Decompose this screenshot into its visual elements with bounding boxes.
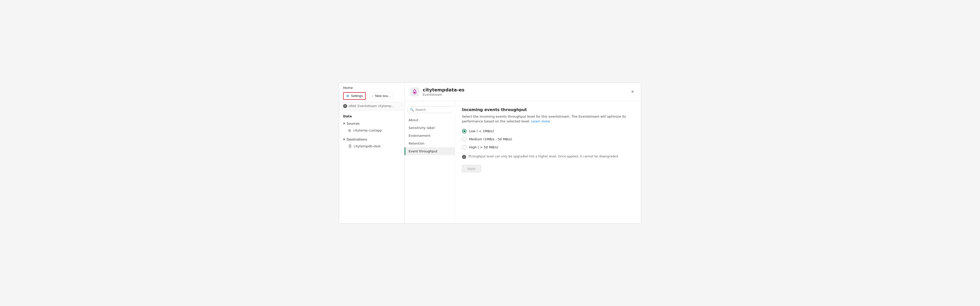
apply-button[interactable]: Apply <box>462 165 481 172</box>
destinations-label: Destinations <box>347 138 367 141</box>
destinations-group: ▼ Destinations 🗄 citytempdb-dest <box>339 136 404 150</box>
radio-circle-low <box>462 129 466 133</box>
nav-item-endorsement[interactable]: Endorsement <box>405 132 455 140</box>
dialog-icon <box>410 87 420 97</box>
destinations-chevron: ▼ <box>343 138 345 141</box>
sources-item-label: citytemp-custapp <box>353 128 382 132</box>
dialog-subtitle: Eventstream <box>423 93 465 97</box>
radio-group: Low ( < 1MB/s) Medium (1MB/s - 50 MB/s) … <box>462 129 634 150</box>
sources-group: ▼ Sources ⊞ citytemp-custapp <box>339 120 404 134</box>
search-input[interactable] <box>415 108 458 112</box>
main-panel: citytempdata-es Eventstream × 🔍 <box>405 83 641 224</box>
sidebar: Home ⚙ Settings → New sou... i Idled Eve… <box>339 83 405 224</box>
toolbar-row: ⚙ Settings → New sou... <box>343 92 400 100</box>
dialog-title-group: citytempdata-es Eventstream <box>423 87 465 97</box>
sources-header[interactable]: ▼ Sources <box>339 120 404 127</box>
gear-icon: ⚙ <box>346 94 349 98</box>
info-icon: i <box>462 155 466 159</box>
sources-chevron: ▼ <box>343 122 345 125</box>
radio-medium[interactable]: Medium (1MB/s - 50 MB/s) <box>462 137 634 141</box>
dialog-header: citytempdata-es Eventstream × <box>405 83 641 101</box>
radio-high[interactable]: High ( > 50 MB/s) <box>462 145 634 150</box>
database-icon: 🗄 <box>348 144 352 148</box>
new-source-button[interactable]: → New sou... <box>368 92 393 99</box>
sidebar-content: Data ▼ Sources ⊞ citytemp-custapp ▼ Dest… <box>339 110 404 224</box>
svg-point-1 <box>414 92 415 93</box>
nav-item-about[interactable]: About <box>405 116 455 124</box>
arrow-right-icon: → <box>371 94 374 98</box>
settings-label: Settings <box>351 94 363 98</box>
status-bar: i Idled Eventstream citytemp... <box>339 102 404 110</box>
status-description: Eventstream citytemp... <box>358 104 394 108</box>
nav-item-sensitivity[interactable]: Sensitivity label <box>405 124 455 132</box>
settings-dialog: citytempdata-es Eventstream × 🔍 <box>405 83 641 224</box>
radio-label-high: High ( > 50 MB/s) <box>469 145 498 149</box>
data-section-label: Data <box>339 113 404 120</box>
warning-note: i Throughput level can only be upgraded … <box>462 155 634 159</box>
home-label: Home <box>343 86 400 90</box>
dialog-title: citytempdata-es <box>423 87 465 92</box>
dialog-nav-search: 🔍 <box>405 104 455 116</box>
nav-search-box[interactable]: 🔍 <box>407 106 452 113</box>
destinations-header[interactable]: ▼ Destinations <box>339 136 404 143</box>
content-description: Select the incoming events throughput le… <box>462 114 634 124</box>
warning-text: Throughput level can only be upgraded in… <box>468 155 619 158</box>
sources-item-custapp[interactable]: ⊞ citytemp-custapp <box>339 127 404 134</box>
dialog-body: 🔍 About Sensitivity label Endorsement <box>405 101 641 224</box>
radio-circle-high <box>462 145 466 150</box>
content-title: Incoming events throughput <box>462 107 634 112</box>
sources-label: Sources <box>347 122 360 125</box>
dialog-nav: 🔍 About Sensitivity label Endorsement <box>405 101 455 224</box>
nav-item-event-throughput[interactable]: Event throughput <box>405 147 455 155</box>
sidebar-header: Home ⚙ Settings → New sou... <box>339 83 404 102</box>
settings-button[interactable]: ⚙ Settings <box>343 92 366 100</box>
radio-circle-medium <box>462 137 466 141</box>
radio-low[interactable]: Low ( < 1MB/s) <box>462 129 634 133</box>
destinations-item-db[interactable]: 🗄 citytempdb-dest <box>339 143 404 150</box>
radio-dot-low <box>463 130 465 132</box>
radio-label-medium: Medium (1MB/s - 50 MB/s) <box>469 137 512 141</box>
table-icon: ⊞ <box>348 128 351 133</box>
radio-label-low: Low ( < 1MB/s) <box>469 129 494 133</box>
learn-more-link[interactable]: Learn more <box>531 119 550 123</box>
search-icon: 🔍 <box>410 108 414 112</box>
new-source-label: New sou... <box>375 94 390 98</box>
nav-item-retention[interactable]: Retention <box>405 140 455 147</box>
app-container: Home ⚙ Settings → New sou... i Idled Eve… <box>339 82 641 224</box>
destinations-item-label: citytempdb-dest <box>354 144 381 148</box>
status-icon: i <box>343 104 347 108</box>
status-state: Idled <box>348 104 356 108</box>
close-button[interactable]: × <box>629 88 636 95</box>
dialog-content: Incoming events throughput Select the in… <box>455 101 641 224</box>
